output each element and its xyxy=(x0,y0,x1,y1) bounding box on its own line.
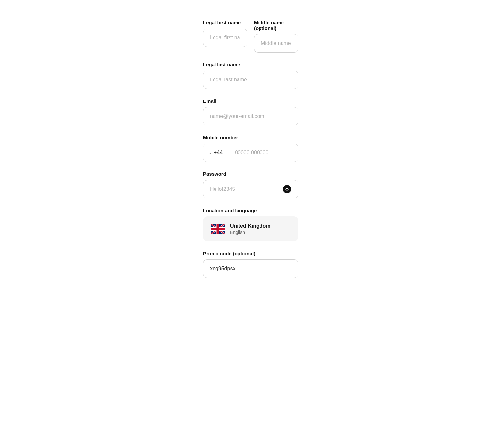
middle-name-group: Middle name (optional) xyxy=(254,20,298,53)
eye-icon xyxy=(283,185,292,194)
middle-name-label: Middle name (optional) xyxy=(254,20,298,31)
middle-name-input[interactable] xyxy=(254,34,298,53)
chevron-down-icon: ⌄ xyxy=(209,150,212,155)
password-toggle-button[interactable] xyxy=(281,183,293,195)
country-code-value: +44 xyxy=(214,150,223,156)
name-row: Legal first name Middle name (optional) xyxy=(203,20,298,53)
location-language-label: Location and language xyxy=(203,208,298,213)
location-text: United Kingdom English xyxy=(230,223,271,235)
legal-last-name-group: Legal last name xyxy=(203,62,298,89)
promo-code-input[interactable] xyxy=(203,259,298,278)
password-wrapper xyxy=(203,180,298,198)
phone-number-input[interactable] xyxy=(228,144,298,162)
legal-last-name-input[interactable] xyxy=(203,71,298,89)
location-card[interactable]: United Kingdom English xyxy=(203,216,298,241)
legal-last-name-label: Legal last name xyxy=(203,62,298,67)
uk-flag-icon xyxy=(211,224,225,234)
legal-first-name-input[interactable] xyxy=(203,29,247,47)
registration-form: Legal first name Middle name (optional) … xyxy=(101,13,397,294)
mobile-number-label: Mobile number xyxy=(203,135,298,140)
svg-rect-11 xyxy=(211,228,225,230)
legal-first-name-label: Legal first name xyxy=(203,20,247,25)
email-group: Email xyxy=(203,98,298,125)
country-code-selector[interactable]: ⌄ +44 xyxy=(203,144,228,162)
legal-first-name-group: Legal first name xyxy=(203,20,247,53)
promo-code-group: Promo code (optional) xyxy=(203,251,298,278)
email-input[interactable] xyxy=(203,107,298,125)
promo-code-label: Promo code (optional) xyxy=(203,251,298,256)
location-language: English xyxy=(230,230,271,235)
email-label: Email xyxy=(203,98,298,104)
location-language-group: Location and language xyxy=(203,208,298,241)
phone-wrapper: ⌄ +44 xyxy=(203,144,298,162)
svg-point-2 xyxy=(286,189,288,190)
mobile-number-group: Mobile number ⌄ +44 xyxy=(203,135,298,162)
password-label: Password xyxy=(203,171,298,177)
password-group: Password xyxy=(203,171,298,198)
location-country: United Kingdom xyxy=(230,223,271,229)
